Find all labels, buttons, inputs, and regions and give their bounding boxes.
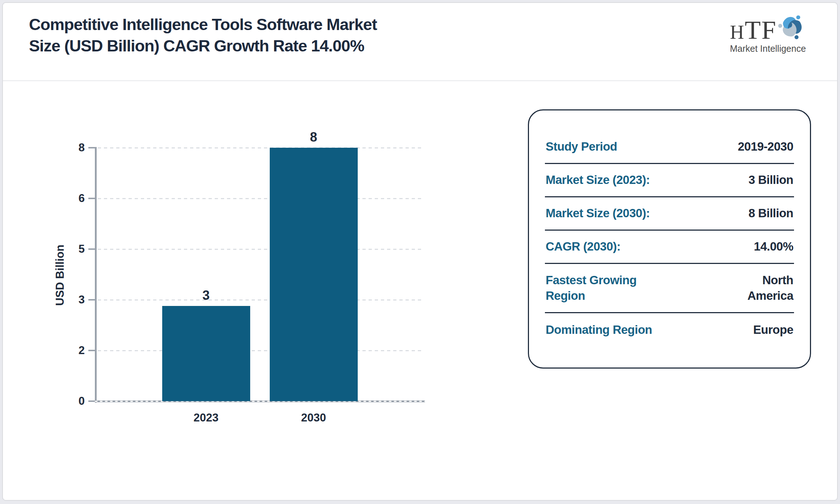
- y-tick-label: 0: [50, 393, 85, 409]
- gridline: [98, 299, 424, 301]
- summary-value: 14.00%: [715, 239, 793, 254]
- summary-value: 3 Billion: [715, 172, 793, 188]
- y-tick: [88, 147, 95, 148]
- x-category-label: 2023: [162, 410, 250, 426]
- summary-label: Market Size (2030):: [546, 206, 673, 221]
- y-axis-line: [95, 147, 97, 403]
- summary-label: Study Period: [546, 139, 673, 154]
- summary-row-dominating-region: Dominating Region Europe: [545, 313, 794, 346]
- x-category-label: 2030: [270, 410, 358, 426]
- summary-card: Study Period 2019-2030 Market Size (2023…: [528, 109, 811, 369]
- y-tick-label: 5: [50, 241, 85, 257]
- y-tick-label: 8: [50, 140, 85, 156]
- summary-row-fastest-growing-region: Fastest Growing Region North America: [545, 264, 794, 313]
- bar-value-label: 3: [162, 288, 250, 303]
- gridline: [98, 350, 424, 351]
- summary-label: Market Size (2023):: [546, 172, 673, 188]
- y-tick-label: 3: [50, 292, 85, 308]
- summary-label: Dominating Region: [546, 322, 673, 337]
- summary-row-cagr: CAGR (2030): 14.00%: [545, 231, 794, 264]
- y-tick: [88, 400, 95, 402]
- y-tick-label: 6: [50, 190, 85, 206]
- y-tick: [88, 299, 95, 301]
- bar-2030: [270, 148, 358, 401]
- gridline: [98, 249, 424, 250]
- page-card: Competitive Intelligence Tools Software …: [2, 2, 838, 501]
- bar-value-label: 8: [270, 130, 358, 145]
- gridline: [98, 198, 424, 199]
- summary-row-market-size-2023: Market Size (2023): 3 Billion: [545, 164, 794, 197]
- y-tick: [88, 198, 95, 199]
- y-tick: [88, 350, 95, 351]
- summary-value: 2019-2030: [715, 139, 793, 154]
- gridline: [98, 147, 424, 148]
- summary-row-study-period: Study Period 2019-2030: [545, 131, 794, 164]
- summary-row-market-size-2030: Market Size (2030): 8 Billion: [545, 197, 794, 231]
- summary-label: CAGR (2030):: [546, 239, 673, 254]
- summary-value: North America: [715, 273, 793, 303]
- y-tick: [88, 248, 95, 250]
- summary-value: Europe: [715, 322, 793, 337]
- summary-label: Fastest Growing Region: [546, 273, 673, 303]
- y-tick-label: 2: [50, 343, 85, 358]
- bar-2023: [162, 306, 250, 401]
- summary-value: 8 Billion: [715, 206, 793, 221]
- x-axis-zero-gridline: [95, 401, 425, 402]
